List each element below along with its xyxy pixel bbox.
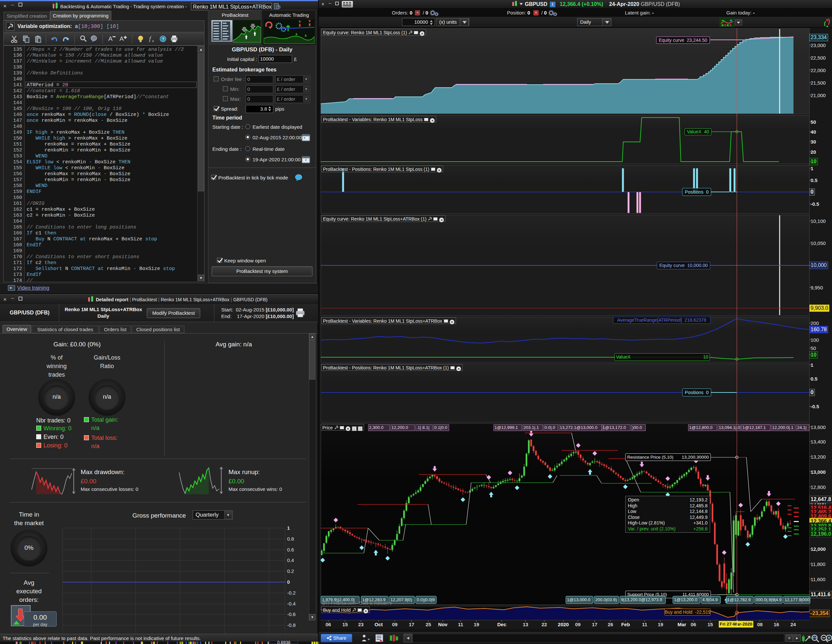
svg-text:x: x [152,38,154,43]
svg-text:A: A [108,35,113,42]
svg-text:f: f [149,35,152,42]
svg-text:A: A [120,35,124,42]
svg-text:?: ? [162,37,165,42]
svg-text://: // [92,37,96,40]
